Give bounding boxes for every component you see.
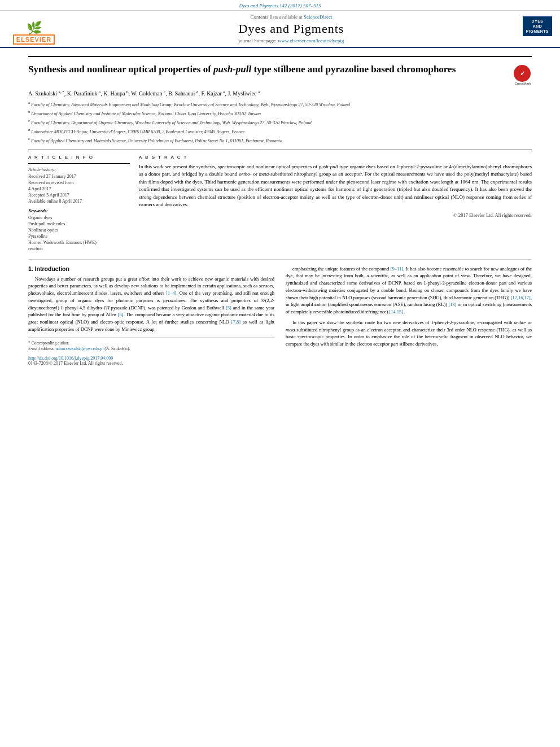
body-col-left: 1. Introduction Nowadays a number of res… bbox=[28, 265, 274, 366]
intro-paragraph-3: In this paper we show the synthetic rout… bbox=[286, 319, 532, 348]
corresponding-note: * Corresponding author. bbox=[28, 340, 274, 347]
journal-logo-box: DYES AND PIGMENTS bbox=[523, 16, 553, 36]
ref-5[interactable]: [5] bbox=[226, 305, 231, 311]
ref-6[interactable]: [6] bbox=[118, 312, 124, 317]
doi-link[interactable]: http://dx.doi.org/10.1016/j.dyepig.2017.… bbox=[28, 356, 274, 361]
revised-label: Received in revised form bbox=[28, 180, 130, 185]
article-info-abstract-section: A R T I C L E I N F O Article history: R… bbox=[28, 150, 532, 252]
ref-7-8[interactable]: [7,8] bbox=[231, 319, 240, 325]
crossmark-badge[interactable]: ✓ CrossMark bbox=[514, 65, 532, 85]
affiliation-c: c Faculty of Chemistry, Department of Or… bbox=[28, 118, 532, 126]
article-history-label: Article history: bbox=[28, 167, 130, 172]
keyword-6: reaction bbox=[28, 246, 130, 251]
journal-reference: Dyes and Pigments 142 (2017) 507–515 bbox=[239, 3, 321, 8]
article-title: Synthesis and nonlinear optical properti… bbox=[28, 63, 508, 76]
keywords-section: Keywords: Organic dyes Push-pull molecul… bbox=[28, 208, 130, 251]
ref-1-4[interactable]: [1–4] bbox=[166, 290, 176, 296]
keyword-5: Horner–Wadsworth–Emmons (HWE) bbox=[28, 240, 130, 245]
article-info-divider bbox=[28, 163, 130, 164]
ref-12-16-17[interactable]: [12,16,17] bbox=[510, 295, 530, 300]
keyword-3: Nonlinear optics bbox=[28, 228, 130, 233]
revised-date: 4 April 2017 bbox=[28, 186, 130, 191]
copyright-footer: 0143-7208/© 2017 Elsevier Ltd. All right… bbox=[28, 361, 274, 366]
affiliation-b: b Department of Applied Chemistry and In… bbox=[28, 109, 532, 117]
abstract-heading: A B S T R A C T bbox=[139, 155, 532, 160]
elsevier-symbol: 🌿 bbox=[27, 22, 42, 34]
elsevier-branding: 🌿 ELSEVIER bbox=[0, 14, 68, 47]
journal-header: 🌿 ELSEVIER Contents lists available at S… bbox=[0, 11, 560, 48]
email-note: E-mail address: adam.szukalski@pwr.edu.p… bbox=[28, 346, 274, 352]
keywords-label: Keywords: bbox=[28, 208, 130, 213]
intro-section-title: 1. Introduction bbox=[28, 265, 274, 272]
received-date: Received 27 January 2017 bbox=[28, 174, 130, 179]
email-link[interactable]: adam.szukalski@pwr.edu.pl bbox=[56, 346, 104, 351]
abstract-copyright: © 2017 Elsevier Ltd. All rights reserved… bbox=[139, 212, 532, 218]
journal-homepage: journal homepage: www.elsevier.com/locat… bbox=[239, 38, 344, 43]
online-date: Available online 8 April 2017 bbox=[28, 199, 130, 204]
journal-title: Dyes and Pigments bbox=[239, 21, 344, 36]
ref-13[interactable]: [13] bbox=[449, 302, 457, 307]
article-info-col: A R T I C L E I N F O Article history: R… bbox=[28, 155, 130, 252]
intro-paragraph-1: Nowadays a number of research groups put… bbox=[28, 276, 274, 333]
keyword-4: Pyrazoline bbox=[28, 234, 130, 239]
top-bar: Dyes and Pigments 142 (2017) 507–515 bbox=[0, 0, 560, 11]
footnote-section: * Corresponding author. E-mail address: … bbox=[28, 338, 274, 352]
affiliations: a Faculty of Chemistry, Advanced Materia… bbox=[28, 100, 532, 143]
accepted-date: Accepted 5 April 2017 bbox=[28, 193, 130, 198]
intro-paragraph-2: emphasizing the unique features of the c… bbox=[286, 265, 532, 316]
doi-section: http://dx.doi.org/10.1016/j.dyepig.2017.… bbox=[28, 356, 274, 366]
abstract-text: In this work we present the synthesis, s… bbox=[139, 163, 532, 209]
two-col-body: 1. Introduction Nowadays a number of res… bbox=[28, 265, 532, 366]
affiliation-d: d Laboratoire MOLTECH-Anjou, Université … bbox=[28, 127, 532, 135]
journal-homepage-link[interactable]: www.elsevier.com/locate/dyepig bbox=[278, 38, 344, 43]
journal-header-center: Contents lists available at ScienceDirec… bbox=[68, 14, 515, 47]
body-section: 1. Introduction Nowadays a number of res… bbox=[28, 259, 532, 366]
article-info-heading: A R T I C L E I N F O bbox=[28, 155, 130, 160]
affiliation-e: e Faculty of Applied Chemistry and Mater… bbox=[28, 136, 532, 144]
intro-body-text-left: Nowadays a number of research groups put… bbox=[28, 276, 274, 333]
affiliation-a: a Faculty of Chemistry, Advanced Materia… bbox=[28, 100, 532, 108]
sciencedirect-link[interactable]: ScienceDirect bbox=[304, 14, 332, 20]
crossmark-icon: ✓ bbox=[514, 65, 531, 82]
main-content: Synthesis and nonlinear optical properti… bbox=[0, 48, 560, 366]
authors: A. Szukalski a, *, K. Parafiniuk a, K. H… bbox=[28, 90, 532, 97]
abstract-col: A B S T R A C T In this work we present … bbox=[139, 155, 532, 252]
contents-line: Contents lists available at ScienceDirec… bbox=[251, 14, 333, 20]
doi-anchor[interactable]: http://dx.doi.org/10.1016/j.dyepig.2017.… bbox=[28, 356, 113, 361]
intro-body-text-right: emphasizing the unique features of the c… bbox=[286, 265, 532, 348]
journal-logo-box-container: DYES AND PIGMENTS bbox=[515, 14, 560, 47]
crossmark-label: CrossMark bbox=[514, 82, 532, 85]
article-title-section: Synthesis and nonlinear optical properti… bbox=[28, 56, 532, 85]
ref-14-15[interactable]: [14,15] bbox=[389, 309, 403, 314]
keyword-2: Push-pull molecules bbox=[28, 221, 130, 226]
ref-9-11[interactable]: [9–11] bbox=[391, 266, 403, 272]
elsevier-logo: ELSEVIER bbox=[13, 34, 55, 45]
keyword-1: Organic dyes bbox=[28, 215, 130, 220]
body-col-right: emphasizing the unique features of the c… bbox=[286, 265, 532, 366]
